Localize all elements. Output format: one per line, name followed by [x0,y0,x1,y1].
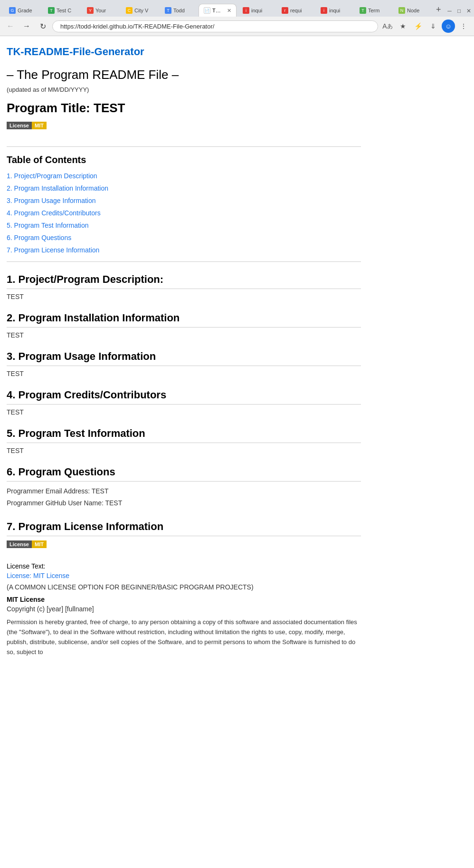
tab-readme[interactable]: 📄 TK-README-File-Gene... ✕ [199,4,237,17]
tab-favicon-inqui1: i [243,7,249,14]
section-6: 6. Program Questions Programmer Email Ad… [7,466,361,509]
toc-link-7[interactable]: 7. Program License Information [7,246,99,254]
toc-item-1: 1. Project/Program Description [7,172,361,180]
tab-inqui1[interactable]: i inqui [237,4,275,17]
tab-label-grade: Grade [18,8,32,13]
tab-favicon-requi: r [282,7,288,14]
tab-favicon-inqui2: i [321,7,327,14]
section-5-heading: 5. Program Test Information [7,427,361,443]
section-1-content: TEST [7,293,361,300]
tab-favicon-term: T [360,7,366,14]
tab-favicon-todd: T [165,7,171,14]
tab-label-requi: requi [290,8,302,13]
toc-item-7: 7. Program License Information [7,246,361,254]
tab-bar: G Grade T Test C Y Your C City V T Todd … [0,0,474,17]
mit-permission-text: Permission is hereby granted, free of ch… [7,617,361,657]
toc-item-4: 4. Program Credits/Contributors [7,209,361,217]
divider-1 [7,146,361,147]
toc-item-2: 2. Program Installation Information [7,184,361,192]
tab-favicon-readme: 📄 [204,7,210,14]
section-2-heading: 2. Program Installation Information [7,312,361,328]
tab-favicon-testc: T [48,7,55,14]
toc-heading: Table of Contents [7,154,361,165]
browser-chrome: G Grade T Test C Y Your C City V T Todd … [0,0,474,36]
tab-label-inqui2: inqui [329,8,340,13]
tab-testc[interactable]: T Test C [43,4,81,17]
tab-label-cityv: City V [134,8,148,13]
tab-grade[interactable]: G Grade [4,4,42,17]
updated-text: (updated as of MM/DD/YYYY) [7,86,361,93]
toc-link-4[interactable]: 4. Program Credits/Contributors [7,209,101,217]
email-line: Programmer Email Address: TEST [7,485,361,497]
tab-label-inqui1: inqui [251,8,262,13]
section-5: 5. Program Test Information TEST [7,427,361,454]
tab-node[interactable]: N Node [393,4,431,17]
section-1-heading: 1. Project/Program Description: [7,273,361,289]
forward-button[interactable]: → [20,19,33,33]
questions-content: Programmer Email Address: TEST Programme… [7,485,361,509]
tab-term[interactable]: T Term [354,4,392,17]
toc-item-3: 3. Program Usage Information [7,197,361,204]
tab-favicon-node: N [398,7,405,14]
toc-link-1[interactable]: 1. Project/Program Description [7,172,97,180]
profile-icon[interactable]: ☺ [442,19,455,33]
back-button[interactable]: ← [4,19,17,33]
restore-button[interactable]: □ [455,7,463,15]
license-text-label: License Text: [7,562,361,570]
tab-your[interactable]: Y Your [82,4,120,17]
toc-link-5[interactable]: 5. Program Test Information [7,222,88,229]
section-3-content: TEST [7,370,361,377]
address-bar[interactable]: https://todd-kridel.github.io/TK-README-… [52,20,378,32]
toc-item-5: 5. Program Test Information [7,222,361,229]
reload-button[interactable]: ↻ [36,19,49,33]
bookmark-button[interactable]: ★ [396,19,409,33]
tab-close-readme[interactable]: ✕ [227,8,231,14]
page-content: TK-README-File-Generator – The Program R… [0,36,375,676]
tab-favicon-grade: G [9,7,16,14]
window-controls: ─ □ ✕ [446,7,473,17]
section-2: 2. Program Installation Information TEST [7,312,361,339]
github-line: Programmer GitHub User Name: TEST [7,497,361,509]
license-link[interactable]: License: MIT License [7,572,361,579]
tab-requi[interactable]: r requi [276,4,314,17]
license-badge-bottom: License MIT [7,540,47,548]
toc-link-2[interactable]: 2. Program Installation Information [7,184,108,192]
nav-actions: Aあ ★ ⚡ ⇓ ☺ ⋮ [381,19,470,33]
section-4-content: TEST [7,408,361,416]
section-5-content: TEST [7,447,361,454]
section-7-heading: 7. Program License Information [7,521,361,536]
url-text: https://todd-kridel.github.io/TK-README-… [60,23,370,30]
divider-2 [7,261,361,262]
tab-label-your: Your [95,8,106,13]
site-title: TK-README-File-Generator [7,46,361,58]
close-button[interactable]: ✕ [465,7,473,15]
section-4-heading: 4. Program Credits/Contributors [7,389,361,405]
section-4: 4. Program Credits/Contributors TEST [7,389,361,416]
tab-favicon-your: Y [87,7,94,14]
nav-bar: ← → ↻ https://todd-kridel.github.io/TK-R… [0,17,474,36]
translate-button[interactable]: Aあ [381,19,394,33]
menu-button[interactable]: ⋮ [457,19,470,33]
mit-copyright: Copyright (c) [year] [fullname] [7,605,361,613]
tab-inqui2[interactable]: i inqui [315,4,353,17]
tab-label-todd: Todd [173,8,185,13]
toc-link-6[interactable]: 6. Program Questions [7,234,71,241]
tab-cityv[interactable]: C City V [121,4,159,17]
tab-todd[interactable]: T Todd [160,4,198,17]
download-button[interactable]: ⇓ [427,19,440,33]
badge-label-bottom: License [7,540,32,548]
section-2-content: TEST [7,331,361,339]
tab-label-testc: Test C [57,8,71,13]
badge-value-bottom: MIT [32,540,47,548]
common-license-note: (A COMMON LICENSE OPTION FOR BEGINNER/BA… [7,583,361,591]
extensions-button[interactable]: ⚡ [411,19,425,33]
section-3-heading: 3. Program Usage Information [7,350,361,366]
program-title: Program Title: TEST [7,101,361,116]
license-badge-top: License MIT [7,122,47,129]
badge-value-top: MIT [32,122,47,129]
new-tab-button[interactable]: + [432,3,445,17]
tab-label-term: Term [368,8,379,13]
badge-label-top: License [7,122,32,129]
toc-link-3[interactable]: 3. Program Usage Information [7,197,96,204]
minimize-button[interactable]: ─ [446,7,454,15]
